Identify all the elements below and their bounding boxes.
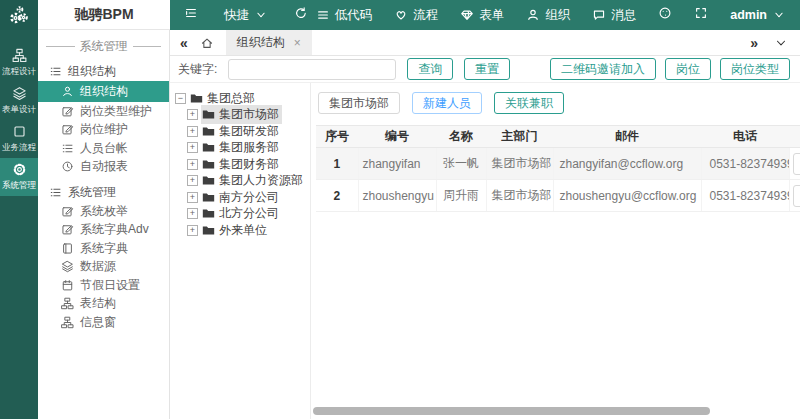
tree-node-rnd[interactable]: + 集团研发部 [187, 123, 310, 140]
rail-label: 系统管理 [2, 179, 36, 191]
tree-node-external-unit[interactable]: + 外来单位 [187, 222, 310, 239]
tree-node-north-branch[interactable]: + 北方分公司 [187, 206, 310, 223]
refresh-button[interactable] [294, 6, 308, 24]
theme-button[interactable] [658, 6, 672, 24]
sidebar-item-holiday-settings[interactable]: 节假日设置 [38, 276, 169, 295]
post-type-button[interactable]: 岗位类型 [720, 58, 790, 80]
rail-label: 表单设计 [2, 103, 36, 115]
fullscreen-button[interactable] [694, 6, 708, 24]
list-icon [49, 186, 62, 199]
tab-overflow-button[interactable]: » [750, 36, 758, 50]
sidebar-item-label: 信息窗 [80, 314, 116, 331]
sidebar-title-text: 系统管理 [80, 38, 128, 55]
dept-filter-button[interactable]: 集团市场部 [318, 92, 400, 114]
table-row[interactable]: 1 zhangyifan 张一帆 集团市场部 zhangyifan@ccflow… [316, 148, 800, 180]
nav-item-flow[interactable]: 流程 [394, 7, 438, 24]
left-rail: 流程设计 表单设计 业务流程 系统管理 [0, 30, 38, 419]
user-name: admin [730, 8, 767, 22]
sidebar-group-header-org[interactable]: 组织结构 [38, 61, 169, 81]
rail-item-system-admin[interactable]: 系统管理 [0, 158, 38, 196]
sidebar-item-system-enum[interactable]: 系统枚举 [38, 202, 169, 221]
nav-item-lowcode[interactable]: 低代码 [316, 7, 373, 24]
org-tree: − 集团总部 + 集团市场部 [170, 83, 311, 419]
main-area: « 组织结构 × » 关键字: [170, 30, 800, 419]
quick-menu[interactable]: 快捷 [224, 7, 268, 24]
tree-collapse-icon[interactable]: − [175, 93, 186, 104]
rail-item-business-flow[interactable]: 业务流程 [0, 120, 38, 158]
tree-node-south-branch[interactable]: + 南方分公司 [187, 189, 310, 206]
quick-menu-label: 快捷 [224, 7, 249, 24]
list-icon [49, 65, 62, 78]
tab-menu-chevron-icon[interactable] [774, 36, 788, 50]
tree-expand-icon[interactable]: + [187, 175, 198, 186]
sidebar-item-table-structure[interactable]: 表结构 [38, 295, 169, 314]
cell-email: zhangyifan@ccflow.org [553, 148, 701, 180]
tree-expand-icon[interactable]: + [187, 109, 198, 120]
sidebar-item-personnel-ledger[interactable]: 人员台帐 [38, 139, 169, 158]
post-button[interactable]: 岗位 [665, 58, 711, 80]
sidebar-item-data-source[interactable]: 数据源 [38, 258, 169, 277]
keyword-input[interactable] [228, 59, 396, 80]
sidebar-item-label: 人员台帐 [80, 140, 128, 157]
search-button[interactable]: 查询 [407, 58, 453, 80]
nav-item-org[interactable]: 组织 [526, 7, 570, 24]
keyword-label: 关键字: [178, 61, 217, 78]
tree-node-root[interactable]: − 集团总部 [175, 90, 310, 107]
sidebar-item-system-dict[interactable]: 系统字典 [38, 239, 169, 258]
rail-item-flow-design[interactable]: 流程设计 [0, 44, 38, 82]
user-table: 序号 编号 名称 主部门 邮件 电话 1 [316, 125, 800, 212]
tree-expand-icon[interactable]: + [187, 192, 198, 203]
home-button[interactable] [200, 36, 214, 50]
nav-item-message[interactable]: 消息 [592, 7, 636, 24]
tree-node-service[interactable]: + 集团服务部 [187, 140, 310, 157]
folder-icon [202, 142, 215, 153]
row-action-button-partial[interactable] [793, 185, 800, 207]
sidebar-item-post-maintain[interactable]: 岗位维护 [38, 121, 169, 140]
sidebar-item-post-type[interactable]: 岗位类型维护 [38, 102, 169, 121]
home-icon [200, 36, 214, 50]
rail-item-form-design[interactable]: 表单设计 [0, 82, 38, 120]
folder-icon [202, 109, 215, 120]
sidebar-item-system-dict-adv[interactable]: 系统字典Adv [38, 221, 169, 240]
tree-expand-icon[interactable]: + [187, 126, 198, 137]
tab-close-icon[interactable]: × [294, 37, 301, 49]
sidebar-item-auto-report[interactable]: 自动报表 [38, 158, 169, 177]
tree-node-label: 外来单位 [219, 222, 267, 239]
sidebar-group-system: 系统管理 系统枚举 系统字典Adv [38, 182, 169, 332]
tab-org-structure[interactable]: 组织结构 × [226, 30, 312, 55]
sidebar-item-info-window[interactable]: 信息窗 [38, 313, 169, 332]
collapse-sidebar-icon[interactable] [184, 6, 198, 24]
link-parttime-button[interactable]: 关联兼职 [494, 92, 564, 114]
nav-item-form[interactable]: 表单 [460, 7, 504, 24]
nav-label: 消息 [611, 7, 636, 24]
user-menu[interactable]: admin [730, 8, 786, 22]
tree-node-hr[interactable]: + 集团人力资源部 [187, 173, 310, 190]
col-name: 名称 [436, 126, 486, 148]
app-logo[interactable] [0, 0, 38, 30]
org-chart-icon [61, 297, 74, 310]
horizontal-scrollbar[interactable] [313, 407, 800, 415]
new-user-button[interactable]: 新建人员 [412, 92, 482, 114]
row-action-button-partial[interactable] [793, 153, 800, 175]
scrollbar-thumb[interactable] [313, 407, 710, 415]
chevron-down-icon [772, 8, 786, 22]
tree-expand-icon[interactable]: + [187, 208, 198, 219]
sidebar-group-header-system[interactable]: 系统管理 [38, 182, 169, 202]
tree-expand-icon[interactable]: + [187, 225, 198, 236]
tree-node-label: 集团服务部 [219, 139, 279, 156]
qr-invite-button[interactable]: 二维码邀请加入 [550, 58, 656, 80]
tree-node-finance[interactable]: + 集团财务部 [187, 156, 310, 173]
folder-icon [190, 93, 203, 104]
tree-expand-icon[interactable]: + [187, 142, 198, 153]
tree-node-label: 北方分公司 [219, 205, 279, 222]
message-icon [592, 8, 606, 22]
top-nav: 快捷 低代码 流程 [170, 0, 800, 30]
tree-node-label: 集团市场部 [219, 106, 279, 123]
table-row[interactable]: 2 zhoushengyu 周升雨 集团市场部 zhoushengyu@ccfl… [316, 180, 800, 212]
tree-expand-icon[interactable]: + [187, 159, 198, 170]
tab-collapse-button[interactable]: « [180, 36, 188, 50]
reset-button[interactable]: 重置 [464, 58, 510, 80]
sidebar-item-org-structure[interactable]: 组织结构 [38, 81, 169, 102]
folder-icon [202, 175, 215, 186]
tree-node-marketing[interactable]: + 集团市场部 [187, 107, 310, 124]
